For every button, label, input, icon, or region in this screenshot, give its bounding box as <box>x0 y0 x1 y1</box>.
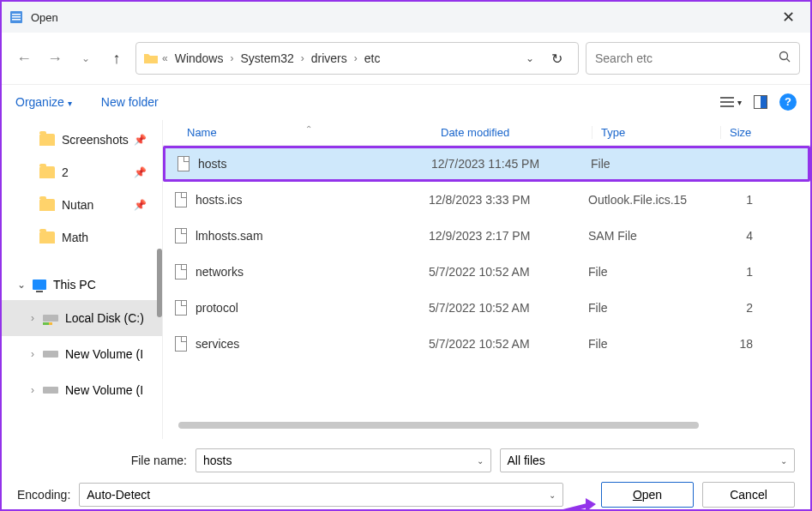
folder-icon <box>39 199 55 211</box>
column-type[interactable]: Type <box>592 126 720 139</box>
svg-line-5 <box>787 59 791 63</box>
file-type: Outlook.File.ics.15 <box>580 193 708 207</box>
file-icon <box>177 156 189 171</box>
file-date: 12/7/2023 11:45 PM <box>431 157 582 171</box>
sidebar-item-2[interactable]: 2📌 <box>2 156 162 189</box>
drive-icon <box>43 315 58 322</box>
expand-icon[interactable]: › <box>31 348 34 360</box>
sidebar-drive-c[interactable]: ›Local Disk (C:) <box>2 300 162 336</box>
up-button[interactable]: ↑ <box>105 46 129 70</box>
file-icon <box>175 300 187 316</box>
expand-icon[interactable]: › <box>31 312 34 324</box>
address-bar[interactable]: « Windows › System32 › drivers › etc ⌄ ↻ <box>135 42 579 75</box>
file-list: Name⌃ Date modified Type Size hosts12/7/… <box>163 120 810 439</box>
breadcrumb-item[interactable]: System32 <box>237 51 297 65</box>
drive-icon <box>43 387 58 394</box>
breadcrumb-item[interactable]: drivers <box>308 51 351 65</box>
svg-rect-1 <box>12 14 21 15</box>
file-size: 2 <box>708 301 760 315</box>
file-row[interactable]: lmhosts.sam12/9/2023 2:17 PMSAM File4 <box>163 218 810 254</box>
file-date: 5/7/2022 10:52 AM <box>429 301 580 315</box>
file-size: 4 <box>708 229 760 243</box>
file-date: 12/9/2023 2:17 PM <box>429 229 580 243</box>
column-size[interactable]: Size <box>720 126 772 139</box>
column-headers: Name⌃ Date modified Type Size <box>163 120 810 146</box>
expand-icon[interactable]: › <box>31 384 34 396</box>
back-button[interactable]: ← <box>12 46 36 70</box>
preview-pane-button[interactable] <box>754 95 767 109</box>
svg-point-4 <box>780 52 788 60</box>
search-input[interactable] <box>595 51 779 65</box>
file-type: File <box>580 301 708 315</box>
folder-icon <box>39 166 55 178</box>
file-name: networks <box>195 265 244 279</box>
filename-input[interactable]: hosts⌄ <box>195 448 491 472</box>
folder-icon <box>39 231 55 243</box>
footer: File name: hosts⌄ All files⌄ Encoding: A… <box>2 439 810 511</box>
encoding-label: Encoding: <box>17 488 70 502</box>
file-row[interactable]: hosts.ics12/8/2023 3:33 PMOutlook.File.i… <box>163 182 810 218</box>
new-folder-button[interactable]: New folder <box>101 95 159 109</box>
file-size: 1 <box>708 265 760 279</box>
expand-icon[interactable]: ⌄ <box>17 279 26 291</box>
file-type: File <box>580 265 708 279</box>
refresh-button[interactable]: ↻ <box>543 51 571 67</box>
path-dropdown[interactable]: ⌄ <box>520 52 539 64</box>
drive-icon <box>43 351 58 358</box>
file-icon <box>175 264 187 280</box>
sidebar-item-nutan[interactable]: Nutan📌 <box>2 189 162 221</box>
breadcrumb-item[interactable]: etc <box>361 51 384 65</box>
file-date: 5/7/2022 10:52 AM <box>429 337 580 351</box>
pin-icon: 📌 <box>134 199 147 211</box>
organize-menu[interactable]: Organize▾ <box>15 95 77 109</box>
file-name: protocol <box>195 301 238 315</box>
forward-button[interactable]: → <box>43 46 67 70</box>
file-icon <box>175 336 187 352</box>
file-row[interactable]: protocol5/7/2022 10:52 AMFile2 <box>163 290 810 326</box>
file-size: 18 <box>708 337 760 351</box>
close-button[interactable]: ✕ <box>773 8 803 27</box>
sidebar: Screenshots📌 2📌 Nutan📌 Math ⌄This PC ›Lo… <box>2 120 163 439</box>
horizontal-scrollbar[interactable] <box>178 422 798 429</box>
file-date: 5/7/2022 10:52 AM <box>429 265 580 279</box>
pin-icon: 📌 <box>134 166 147 178</box>
pin-icon: 📌 <box>134 134 147 146</box>
file-row[interactable]: networks5/7/2022 10:52 AMFile1 <box>163 254 810 290</box>
filename-label: File name: <box>17 454 187 467</box>
file-icon <box>175 192 187 207</box>
file-row[interactable]: hosts12/7/2023 11:45 PMFile <box>163 146 810 182</box>
column-date[interactable]: Date modified <box>441 126 592 139</box>
pc-icon <box>33 280 46 290</box>
file-type: File <box>580 337 708 351</box>
file-size: 1 <box>708 193 760 207</box>
app-icon <box>9 9 24 25</box>
file-icon <box>175 228 187 243</box>
encoding-select[interactable]: Auto-Detect⌄ <box>79 483 563 507</box>
recent-dropdown[interactable]: ⌄ <box>74 46 98 70</box>
cancel-button[interactable]: Cancel <box>702 482 795 508</box>
sidebar-drive-new2[interactable]: ›New Volume (I <box>2 372 162 408</box>
navbar: ← → ⌄ ↑ « Windows › System32 › drivers ›… <box>2 33 810 84</box>
file-date: 12/8/2023 3:33 PM <box>429 193 580 207</box>
body-area: Screenshots📌 2📌 Nutan📌 Math ⌄This PC ›Lo… <box>2 120 810 439</box>
search-box[interactable] <box>586 42 800 75</box>
sidebar-item-screenshots[interactable]: Screenshots📌 <box>2 123 162 156</box>
titlebar: Open ✕ <box>2 2 810 33</box>
toolbar: Organize▾ New folder ▾ ? <box>2 84 810 120</box>
sidebar-drive-new1[interactable]: ›New Volume (I <box>2 336 162 372</box>
file-row[interactable]: services5/7/2022 10:52 AMFile18 <box>163 326 810 362</box>
file-name: hosts <box>198 157 226 171</box>
folder-icon <box>143 51 159 65</box>
file-type-filter[interactable]: All files⌄ <box>500 448 796 472</box>
view-menu[interactable]: ▾ <box>720 96 742 108</box>
breadcrumb-item[interactable]: Windows <box>171 51 227 65</box>
column-name[interactable]: Name⌃ <box>175 126 441 139</box>
sidebar-this-pc[interactable]: ⌄This PC <box>2 269 162 300</box>
sidebar-item-math[interactable]: Math <box>2 221 162 254</box>
breadcrumb-overflow[interactable]: « <box>162 52 168 64</box>
search-icon <box>779 51 791 66</box>
open-button[interactable]: Open <box>601 482 694 508</box>
sidebar-scrollbar[interactable] <box>157 249 162 317</box>
svg-rect-2 <box>12 16 21 18</box>
help-button[interactable]: ? <box>779 93 797 111</box>
